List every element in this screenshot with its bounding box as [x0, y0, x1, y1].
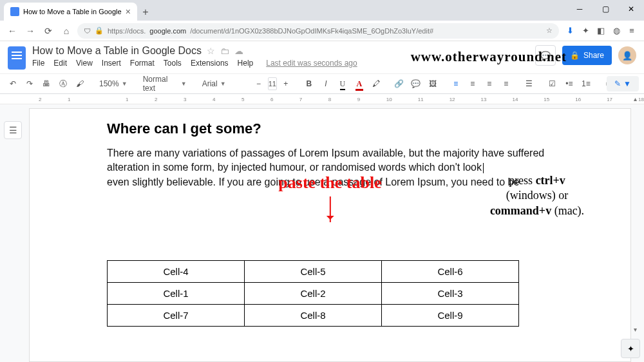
- table-cell[interactable]: Cell-2: [245, 283, 382, 305]
- table-row: Cell-4Cell-5Cell-6: [108, 261, 519, 283]
- text-cursor: [483, 163, 484, 173]
- menu-view[interactable]: View: [76, 59, 93, 68]
- home-icon[interactable]: ⌂: [59, 24, 73, 38]
- table-cell[interactable]: Cell-3: [382, 283, 519, 305]
- back-icon[interactable]: ←: [5, 24, 19, 38]
- table-cell[interactable]: Cell-1: [108, 283, 245, 305]
- line-spacing-icon[interactable]: ☰: [522, 76, 537, 91]
- text-color-icon[interactable]: A: [352, 76, 367, 91]
- url-host: google.com: [149, 27, 186, 35]
- lock-icon: 🔒: [570, 51, 580, 60]
- underline-icon[interactable]: U: [335, 76, 350, 91]
- explore-button[interactable]: ✦: [621, 339, 640, 358]
- menu-icon[interactable]: ≡: [625, 24, 639, 38]
- url-path: /document/d/1nOGX0z388bDJNoGpOdIMKsFk4iq…: [190, 27, 433, 35]
- table-cell[interactable]: Cell-4: [108, 261, 245, 283]
- url-field[interactable]: 🛡 🔒 https://docs.google.com/document/d/1…: [77, 23, 559, 39]
- menu-edit[interactable]: Edit: [53, 59, 67, 68]
- document-page[interactable]: Where can I get some? There are many var…: [29, 108, 631, 362]
- bookmark-star-icon[interactable]: ☆: [546, 26, 553, 35]
- share-button[interactable]: 🔒 Share: [562, 46, 612, 65]
- new-tab-button[interactable]: +: [137, 4, 154, 21]
- menu-insert[interactable]: Insert: [102, 59, 121, 68]
- highlight-icon[interactable]: 🖍: [368, 76, 384, 91]
- star-icon[interactable]: ☆: [207, 46, 215, 56]
- align-right-icon[interactable]: ≡: [482, 76, 497, 91]
- show-outline-button[interactable]: ☰: [4, 121, 22, 139]
- increase-font-icon[interactable]: +: [278, 76, 294, 91]
- table-row: Cell-7Cell-8Cell-9: [108, 305, 519, 327]
- style-select[interactable]: Normal text▼: [139, 76, 191, 91]
- redo-icon[interactable]: ↷: [22, 76, 37, 91]
- cloud-status-icon[interactable]: ☁: [234, 46, 243, 56]
- forward-icon[interactable]: →: [23, 24, 37, 38]
- watermark-text: www.otherwayround.net: [411, 49, 567, 65]
- font-select[interactable]: Arial▼: [198, 76, 243, 91]
- align-justify-icon[interactable]: ≡: [498, 76, 514, 91]
- table-cell[interactable]: Cell-9: [382, 305, 519, 327]
- menu-tools[interactable]: Tools: [164, 59, 182, 68]
- shield-icon: 🛡: [84, 27, 91, 35]
- extension-icon[interactable]: ◍: [609, 24, 623, 38]
- scroll-down-icon[interactable]: ▾: [634, 326, 641, 334]
- reload-icon[interactable]: ⟳: [41, 24, 55, 38]
- address-bar: ← → ⟳ ⌂ 🛡 🔒 https://docs.google.com/docu…: [0, 21, 644, 41]
- document-title[interactable]: How to Move a Table in Google Docs: [32, 45, 202, 57]
- maximize-icon[interactable]: ▢: [592, 0, 618, 18]
- table-row: Cell-1Cell-2Cell-3: [108, 283, 519, 305]
- decrease-font-icon[interactable]: −: [251, 76, 267, 91]
- clear-formatting-icon[interactable]: T✕: [641, 76, 644, 91]
- minimize-icon[interactable]: ─: [567, 0, 592, 18]
- table-cell[interactable]: Cell-8: [245, 305, 382, 327]
- bulleted-list-icon[interactable]: •≡: [562, 76, 577, 91]
- print-icon[interactable]: 🖶: [39, 76, 54, 91]
- account-avatar[interactable]: 👤: [618, 46, 636, 64]
- document-editor: 21123456789101112131415161718 ☰ Where ca…: [0, 95, 644, 362]
- extension-icon[interactable]: ◧: [594, 24, 608, 38]
- table-cell[interactable]: Cell-6: [382, 261, 519, 283]
- arrow-down-icon: [329, 196, 330, 222]
- scroll-up-icon[interactable]: ▴: [634, 95, 641, 103]
- heading-text[interactable]: Where can I get some?: [107, 120, 573, 137]
- share-label: Share: [583, 51, 604, 60]
- zoom-select[interactable]: 150%▼: [95, 76, 131, 91]
- bold-icon[interactable]: B: [301, 76, 317, 91]
- document-table[interactable]: Cell-4Cell-5Cell-6 Cell-1Cell-2Cell-3 Ce…: [107, 260, 519, 327]
- close-window-icon[interactable]: ✕: [618, 0, 644, 18]
- browser-tab[interactable]: How to Move a Table in Google ×: [4, 3, 137, 21]
- move-icon[interactable]: 🗀: [220, 46, 229, 56]
- last-edit-info[interactable]: Last edit was seconds ago: [266, 59, 357, 68]
- docs-toolbar: ↶ ↷ 🖶 Ⓐ 🖌 150%▼ Normal text▼ Arial▼ − 11…: [0, 73, 644, 94]
- font-size-input[interactable]: 11: [268, 77, 277, 90]
- menu-help[interactable]: Help: [238, 59, 254, 68]
- annotation-label: paste the table: [278, 173, 381, 222]
- editing-mode-button[interactable]: ✎ ▼: [607, 76, 639, 91]
- lock-icon: 🔒: [95, 26, 104, 35]
- close-tab-icon[interactable]: ×: [126, 6, 131, 17]
- numbered-list-icon[interactable]: 1≡: [578, 76, 594, 91]
- insert-image-icon[interactable]: 🖼: [425, 76, 440, 91]
- italic-icon[interactable]: I: [318, 76, 334, 91]
- add-comment-icon[interactable]: 💬: [408, 76, 424, 91]
- extension-icon[interactable]: ✦: [578, 24, 592, 38]
- paint-format-icon[interactable]: 🖌: [72, 76, 88, 91]
- google-docs-logo[interactable]: [8, 46, 26, 70]
- instruction-text: press ctrl+v (windows) or command+v (mac…: [469, 173, 605, 218]
- insert-link-icon[interactable]: 🔗: [392, 76, 407, 91]
- menu-format[interactable]: Format: [130, 59, 155, 68]
- url-prefix: https://docs.: [108, 27, 146, 35]
- spellcheck-icon[interactable]: Ⓐ: [55, 76, 71, 91]
- menu-file[interactable]: File: [32, 59, 44, 68]
- align-center-icon[interactable]: ≡: [465, 76, 480, 91]
- menu-extensions[interactable]: Extensions: [191, 59, 229, 68]
- docs-favicon: [10, 7, 19, 16]
- table-cell[interactable]: Cell-7: [108, 305, 245, 327]
- checklist-icon[interactable]: ☑: [545, 76, 560, 91]
- horizontal-ruler[interactable]: 21123456789101112131415161718: [0, 95, 644, 104]
- tab-title: How to Move a Table in Google: [23, 8, 122, 15]
- download-icon[interactable]: ⬇: [563, 24, 577, 38]
- browser-tab-strip: How to Move a Table in Google × + ─ ▢ ✕: [0, 0, 644, 21]
- table-cell[interactable]: Cell-5: [245, 261, 382, 283]
- align-left-icon[interactable]: ≡: [448, 76, 464, 91]
- undo-icon[interactable]: ↶: [5, 76, 21, 91]
